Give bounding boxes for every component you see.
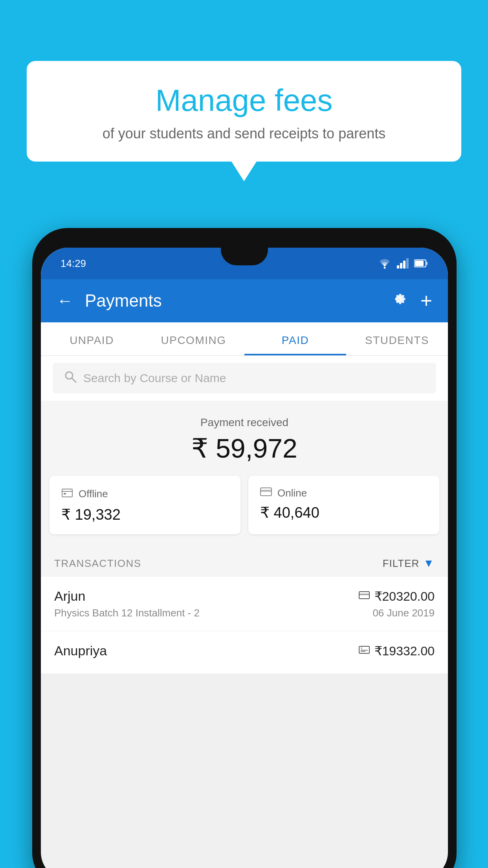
tab-students[interactable]: STUDENTS bbox=[346, 322, 448, 355]
search-placeholder: Search by Course or Name bbox=[83, 371, 226, 385]
transaction-name-arjun: Arjun bbox=[54, 588, 85, 604]
signal-icon bbox=[397, 258, 409, 268]
payment-received: Payment received ₹ 59,972 bbox=[41, 401, 448, 476]
background: Manage fees of your students and send re… bbox=[0, 0, 488, 868]
transactions-label: TRANSACTIONS bbox=[54, 557, 141, 570]
transaction-desc-arjun: Physics Batch 12 Installment - 2 bbox=[54, 607, 200, 619]
transaction-payment-icon-arjun bbox=[359, 590, 370, 602]
notch-cutout bbox=[221, 248, 268, 265]
bubble-title: Manage fees bbox=[50, 83, 438, 118]
transaction-amount-arjun: ₹20320.00 bbox=[374, 589, 435, 604]
payment-cards: Offline ₹ 19,332 Online bbox=[41, 476, 448, 546]
svg-line-9 bbox=[72, 378, 76, 382]
svg-rect-6 bbox=[415, 261, 424, 266]
transaction-payment-icon-anupriya: ₹ bbox=[359, 645, 370, 657]
svg-text:₹: ₹ bbox=[361, 647, 363, 650]
offline-label: Offline bbox=[79, 488, 108, 500]
offline-amount: ₹ 19,332 bbox=[61, 506, 229, 523]
transaction-row-anupriya[interactable]: Anupriya ₹ ₹19332.00 bbox=[41, 631, 448, 674]
svg-rect-7 bbox=[426, 262, 427, 265]
transactions-header: TRANSACTIONS FILTER ▼ bbox=[41, 546, 448, 577]
svg-rect-1 bbox=[397, 265, 399, 268]
top-bar-actions: + bbox=[391, 289, 432, 313]
transaction-amount-wrap-arjun: ₹20320.00 bbox=[359, 589, 435, 604]
tabs-bar: UNPAID UPCOMING PAID STUDENTS bbox=[41, 322, 448, 356]
svg-rect-13 bbox=[261, 490, 272, 492]
search-container: Search by Course or Name bbox=[41, 356, 448, 401]
filter-button[interactable]: FILTER ▼ bbox=[383, 557, 435, 570]
status-icons bbox=[378, 258, 428, 269]
offline-card-header: Offline bbox=[61, 487, 229, 501]
status-time: 14:29 bbox=[61, 257, 86, 270]
online-payment-card: Online ₹ 40,640 bbox=[248, 476, 439, 534]
transaction-top-arjun: Arjun ₹20320.00 bbox=[54, 588, 435, 604]
transaction-top-anupriya: Anupriya ₹ ₹19332.00 bbox=[54, 643, 435, 658]
phone-screen: 14:29 bbox=[41, 248, 448, 868]
filter-label: FILTER bbox=[383, 557, 420, 570]
status-bar: 14:29 bbox=[41, 248, 448, 279]
tab-unpaid[interactable]: UNPAID bbox=[41, 322, 143, 355]
svg-rect-3 bbox=[403, 261, 405, 268]
svg-rect-4 bbox=[406, 258, 409, 268]
svg-rect-10 bbox=[62, 489, 72, 497]
search-icon bbox=[64, 370, 77, 386]
transaction-amount-anupriya: ₹19332.00 bbox=[374, 644, 435, 658]
transaction-name-anupriya: Anupriya bbox=[54, 643, 107, 658]
back-button[interactable]: ← bbox=[57, 291, 73, 310]
tab-upcoming[interactable]: UPCOMING bbox=[143, 322, 244, 355]
online-label: Online bbox=[277, 487, 307, 499]
tab-paid[interactable]: PAID bbox=[244, 322, 346, 355]
phone-frame: 14:29 bbox=[32, 228, 457, 868]
battery-icon bbox=[414, 259, 428, 268]
filter-icon: ▼ bbox=[423, 557, 435, 570]
bubble-subtitle: of your students and send receipts to pa… bbox=[50, 125, 438, 142]
transaction-bottom-arjun: Physics Batch 12 Installment - 2 06 June… bbox=[54, 607, 435, 619]
offline-icon bbox=[61, 487, 73, 501]
add-button[interactable]: + bbox=[420, 289, 432, 313]
transaction-amount-wrap-anupriya: ₹ ₹19332.00 bbox=[359, 644, 435, 658]
online-amount: ₹ 40,640 bbox=[260, 504, 427, 521]
svg-point-0 bbox=[384, 267, 386, 269]
transaction-row-arjun[interactable]: Arjun ₹20320.00 Physics Batch 12 Install… bbox=[41, 577, 448, 631]
speech-bubble: Manage fees of your students and send re… bbox=[27, 61, 461, 162]
app-top-bar: ← Payments + bbox=[41, 279, 448, 322]
payment-label: Payment received bbox=[53, 416, 436, 429]
offline-payment-card: Offline ₹ 19,332 bbox=[50, 476, 240, 534]
settings-button[interactable] bbox=[391, 291, 406, 311]
svg-rect-15 bbox=[359, 594, 369, 595]
online-card-header: Online bbox=[260, 487, 427, 499]
online-icon bbox=[260, 487, 272, 499]
svg-rect-11 bbox=[64, 493, 66, 495]
wifi-icon bbox=[378, 258, 391, 269]
page-title: Payments bbox=[85, 291, 391, 311]
payment-amount: ₹ 59,972 bbox=[53, 433, 436, 464]
search-box[interactable]: Search by Course or Name bbox=[53, 363, 436, 394]
transaction-date-arjun: 06 June 2019 bbox=[372, 607, 435, 619]
svg-rect-2 bbox=[400, 263, 402, 268]
